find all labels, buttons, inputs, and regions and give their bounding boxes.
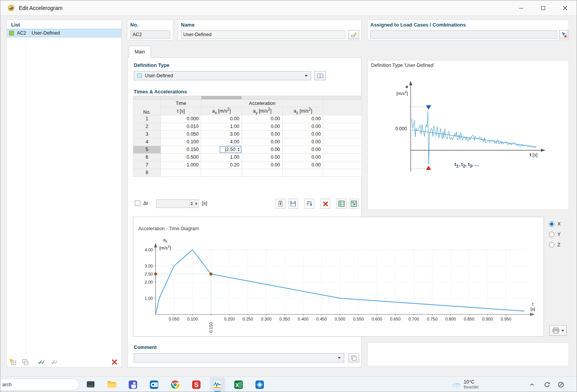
print-button[interactable] (549, 325, 567, 336)
preview-t-axis-label: t [s] (530, 153, 537, 158)
cell-az-4[interactable]: 0.00 (283, 138, 323, 146)
table-row: 30.0503.000.000.00 (133, 130, 362, 138)
cell-ay-7[interactable]: 0.00 (242, 161, 283, 169)
cell-no-4[interactable]: 4 (133, 138, 161, 146)
cell-ay-6[interactable]: 0.00 (242, 153, 283, 161)
cell-time-5[interactable]: 0.150 (161, 146, 201, 153)
cell-az-8[interactable] (283, 169, 323, 176)
cell-az-6[interactable]: 0.00 (283, 153, 323, 161)
assigned-field[interactable] (370, 30, 557, 39)
cell-no-2[interactable]: 2 (133, 123, 161, 130)
comment-select[interactable] (134, 353, 344, 362)
svg-text:4.00: 4.00 (145, 247, 153, 252)
cell-ay-1[interactable]: 0.00 (242, 115, 283, 123)
search-input[interactable]: arch (0, 379, 79, 390)
check-all-button[interactable] (36, 357, 46, 367)
cell-ax-6[interactable]: 1.00 (201, 153, 242, 161)
dt-field[interactable] (156, 199, 199, 208)
cell-ay-8[interactable] (242, 169, 283, 176)
dt-checkbox[interactable] (135, 201, 140, 206)
text-caret (225, 147, 226, 152)
no-field[interactable]: AC2 (130, 30, 170, 39)
uncheck-all-button[interactable] (50, 357, 60, 367)
save-table-button[interactable] (288, 199, 298, 209)
cell-ax-2[interactable]: 1.00 (201, 123, 242, 130)
cell-spinner[interactable] (236, 148, 240, 151)
bottom-right-panel (367, 342, 569, 366)
name-field[interactable]: User-Defined (181, 30, 345, 39)
cell-no-3[interactable]: 3 (133, 130, 161, 138)
close-button[interactable] (554, 0, 576, 16)
outlook-icon[interactable] (146, 377, 162, 392)
s-app-icon[interactable]: S (189, 377, 204, 392)
cell-az-2[interactable]: 0.00 (283, 123, 323, 130)
acceleration-time-chart[interactable]: 0.0500.1000.1500.2000.2500.3000.3500.400… (134, 230, 542, 336)
dlubal-rfem-icon[interactable] (210, 377, 225, 392)
axis-radio-y[interactable]: Y (549, 229, 560, 239)
file-explorer-icon[interactable] (104, 377, 119, 392)
cell-time-4[interactable]: 0.100 (161, 138, 201, 146)
axis-radio-z[interactable]: Z (549, 239, 560, 250)
cell-time-1[interactable]: 0.000 (161, 115, 201, 123)
cell-no-5[interactable]: 5 (133, 146, 161, 153)
cell-no-6[interactable]: 6 (133, 153, 161, 161)
library-button[interactable] (314, 71, 326, 80)
copy-accelerogram-button[interactable] (20, 357, 30, 367)
cell-ay-4[interactable]: 0.00 (242, 138, 283, 146)
excel-icon[interactable]: X (231, 377, 246, 392)
axis-radio-x[interactable]: X (549, 219, 560, 229)
weather-widget[interactable]: 10°C Bewölkt (451, 379, 497, 391)
cell-time-8[interactable] (161, 169, 201, 176)
clipboard-import-icon (277, 200, 284, 207)
definition-type-select[interactable]: User-Defined (134, 71, 311, 80)
sort-table-button[interactable] (304, 199, 314, 209)
cell-no-7[interactable]: 7 (133, 161, 161, 169)
cell-ay-3[interactable]: 0.00 (242, 130, 283, 138)
paste-table-button[interactable] (275, 199, 285, 209)
cell-extra (323, 161, 362, 169)
dt-spinner[interactable] (189, 200, 194, 208)
minimize-button[interactable] (510, 0, 532, 16)
comment-copy-button[interactable] (348, 353, 359, 362)
cell-az-1[interactable]: 0.00 (283, 115, 323, 123)
cell-time-3[interactable]: 0.050 (161, 130, 201, 138)
cell-az-5[interactable]: 0.00 (283, 146, 323, 153)
delete-accelerogram-button[interactable] (109, 357, 119, 367)
dark-app-icon[interactable] (83, 377, 98, 392)
new-accelerogram-button[interactable] (8, 357, 18, 367)
cell-ax-3[interactable]: 3.00 (201, 130, 242, 138)
cell-extra (323, 123, 362, 130)
cell-ay-5[interactable]: 0.00 (242, 146, 283, 153)
excel-import-button[interactable] (349, 199, 359, 209)
photos-icon[interactable] (252, 377, 267, 392)
cell-az-3[interactable]: 0.00 (283, 130, 323, 138)
cell-time-2[interactable]: 0.010 (161, 123, 201, 130)
cell-no-8[interactable]: 8 (133, 169, 161, 176)
teams-icon[interactable] (125, 377, 141, 392)
cell-ay-2[interactable]: 0.00 (242, 123, 283, 130)
tray-sync-button[interactable] (541, 379, 553, 391)
radio-icon (549, 232, 554, 237)
excel-export-button[interactable] (337, 199, 347, 209)
cell-editor[interactable]: 2.50 (220, 146, 241, 153)
assign-button[interactable] (559, 30, 568, 39)
cell-az-7[interactable]: 0.00 (283, 161, 323, 169)
cell-ax-8[interactable] (201, 169, 242, 176)
tab-main[interactable]: Main (129, 46, 151, 58)
svg-text:0.950: 0.950 (501, 317, 511, 321)
cell-ax-5[interactable]: 2.50 (201, 146, 242, 153)
rename-button[interactable] (348, 30, 359, 39)
dt-expand-button[interactable] (194, 200, 199, 208)
tray-do-not-disturb-button[interactable] (555, 379, 567, 391)
tray-chevron-up-button[interactable] (526, 379, 538, 391)
clear-table-button[interactable] (320, 199, 330, 209)
cell-time-7[interactable]: 1.000 (161, 161, 201, 169)
cell-ax-1[interactable]: 0.00 (201, 115, 242, 123)
cell-ax-7[interactable]: 0.20 (201, 161, 242, 169)
chrome-icon[interactable] (167, 377, 183, 392)
cell-time-6[interactable]: 0.500 (161, 153, 201, 161)
cell-ax-4[interactable]: 4.00 (201, 138, 242, 146)
cell-no-1[interactable]: 1 (133, 115, 161, 123)
maximize-button[interactable] (532, 0, 554, 16)
list-item-ac2[interactable]: AC2 User-Defined (7, 29, 121, 37)
